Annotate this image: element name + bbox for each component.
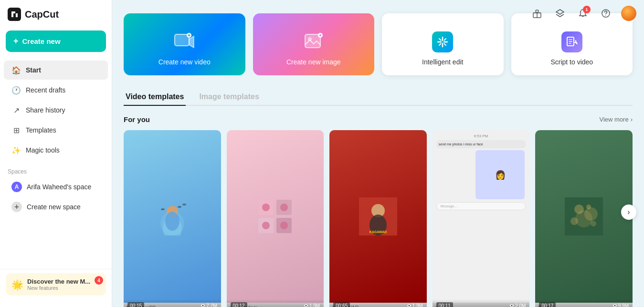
svg-point-13 <box>178 206 181 208</box>
notification-badge: 1 <box>583 6 591 13</box>
notifications-button[interactable]: 1 <box>575 6 591 21</box>
svg-rect-6 <box>305 34 320 48</box>
template-card-1[interactable]: 00:15 7.2M feynsalval99 <box>124 130 221 307</box>
template-views-2: 1.9M <box>304 303 320 307</box>
sidebar-item-magic-tools[interactable]: ✨ Magic tools <box>4 141 108 160</box>
template-thumbnail-3: KAGAWAD <box>329 130 427 303</box>
svg-point-17 <box>202 305 204 307</box>
template-card-4[interactable]: 6:53 PM send me photos i miss ur face 👩 … <box>433 130 530 307</box>
template-thumbnail-1 <box>124 130 221 303</box>
template-card-5[interactable]: 00:17 9.9M Beats <box>535 130 633 307</box>
template-overlay-2: 00:12 1.9M <box>227 299 324 307</box>
templates-icon: ⊞ <box>11 125 21 135</box>
template-thumbnail-4: 6:53 PM send me photos i miss ur face 👩 … <box>433 130 530 303</box>
gift-icon <box>532 9 542 18</box>
svg-point-16 <box>160 212 184 235</box>
create-space-plus-icon: + <box>11 202 22 212</box>
header-right: 1 <box>529 6 636 21</box>
intelligent-edit-card[interactable]: Intelligent edit <box>382 13 504 75</box>
capcut-logo-text: CapCut <box>25 9 59 20</box>
svg-point-38 <box>575 210 592 227</box>
svg-point-15 <box>161 208 165 210</box>
svg-point-26 <box>305 305 306 307</box>
sidebar-item-recent-drafts[interactable]: 🕐 Recent drafts <box>4 81 108 100</box>
svg-point-14 <box>182 204 186 205</box>
template-views-1: 7.2M <box>201 303 217 307</box>
template-overlay-3: 00:65 1.9M <box>329 299 427 307</box>
sidebar-item-recent-drafts-label: Recent drafts <box>26 86 65 94</box>
user-avatar[interactable] <box>621 6 636 21</box>
template-overlay-5: 00:17 9.9M <box>535 299 633 307</box>
space-item-arifa[interactable]: A Arifa Waheed's space <box>4 178 108 196</box>
carousel-next-button[interactable]: › <box>621 205 636 220</box>
discover-badge: 4 <box>95 276 103 285</box>
template-overlay-1: 00:15 7.2M <box>124 299 221 307</box>
template-overlay-4: 00:11 2.0M <box>433 299 530 307</box>
layers-button[interactable] <box>552 6 568 21</box>
script-to-video-icon <box>560 30 584 54</box>
create-new-space-item[interactable]: + Create new space <box>4 198 108 216</box>
for-you-section-header: For you View more › <box>124 115 633 123</box>
discover-subtitle: New features <box>27 285 100 291</box>
create-new-label: Create new <box>22 37 61 45</box>
script-to-video-card[interactable]: Script to video <box>511 13 633 75</box>
intelligent-edit-label: Intelligent edit <box>422 58 463 66</box>
template-thumbnail-2 <box>227 130 324 303</box>
template-wrapper: 00:15 7.2M feynsalval99 <box>124 130 633 307</box>
main-content: 1 Create new video <box>112 0 644 307</box>
template-duration-5: 00:17 <box>539 302 556 307</box>
tab-video-templates[interactable]: Video templates <box>124 89 186 106</box>
space-label-arifa: Arifa Waheed's space <box>27 183 91 191</box>
template-card-2[interactable]: 00:12 1.9M nan random <box>227 130 324 307</box>
for-you-title: For you <box>124 115 150 123</box>
svg-point-40 <box>614 305 615 307</box>
sidebar-item-start[interactable]: 🏠 Start <box>4 61 108 80</box>
intelligent-edit-icon <box>430 30 455 54</box>
svg-point-25 <box>280 222 288 229</box>
view-more-label: View more <box>599 116 628 123</box>
clock-icon: 🕐 <box>11 85 21 95</box>
create-video-icon <box>172 30 197 54</box>
space-avatar-arifa: A <box>11 182 22 192</box>
template-duration-1: 00:15 <box>127 302 144 307</box>
home-icon: 🏠 <box>11 65 21 75</box>
view-more-button[interactable]: View more › <box>599 116 633 123</box>
template-tabs: Video templates Image templates <box>124 89 633 106</box>
logo-area: CapCut <box>0 8 112 29</box>
create-new-button[interactable]: + Create new <box>6 31 106 52</box>
sidebar: CapCut + Create new 🏠 Start 🕐 Recent dra… <box>0 0 112 307</box>
plus-icon: + <box>13 36 19 46</box>
template-duration-3: 00:65 <box>333 302 350 307</box>
create-image-card[interactable]: Create new image <box>253 13 375 75</box>
svg-point-31 <box>408 305 410 307</box>
svg-point-32 <box>511 305 513 307</box>
quick-actions: Create new video Create new image <box>124 13 633 75</box>
spaces-label: Spaces <box>0 163 112 177</box>
tab-image-templates[interactable]: Image templates <box>197 89 261 106</box>
help-button[interactable] <box>598 6 613 21</box>
template-duration-4: 00:11 <box>436 302 453 307</box>
sidebar-item-share-history[interactable]: ↗ Share history <box>4 101 108 120</box>
svg-rect-0 <box>8 8 21 21</box>
svg-point-23 <box>280 204 288 211</box>
create-video-label: Create new video <box>158 58 211 66</box>
create-new-space-label: Create new space <box>27 203 81 211</box>
gift-button[interactable] <box>529 6 545 21</box>
template-thumbnail-5 <box>535 130 633 303</box>
create-image-icon <box>301 30 326 54</box>
sidebar-bottom: 🌟 Discover the new M... New features 4 <box>0 269 112 299</box>
capcut-logo-icon <box>8 8 21 21</box>
sidebar-item-templates[interactable]: ⊞ Templates <box>4 121 108 140</box>
svg-point-3 <box>605 15 606 16</box>
magic-icon: ✨ <box>11 145 21 155</box>
discover-card[interactable]: 🌟 Discover the new M... New features 4 <box>6 273 106 296</box>
share-icon: ↗ <box>11 105 21 115</box>
create-video-card[interactable]: Create new video <box>124 13 245 75</box>
help-icon <box>601 9 611 18</box>
discover-icon: 🌟 <box>11 279 23 290</box>
svg-point-22 <box>262 204 270 211</box>
template-duration-2: 00:12 <box>231 302 247 307</box>
script-to-video-label: Script to video <box>550 58 593 66</box>
sidebar-nav: 🏠 Start 🕐 Recent drafts ↗ Share history … <box>0 58 112 163</box>
template-card-3[interactable]: KAGAWAD 00:65 1.9M KAGAWAD <box>329 130 427 307</box>
